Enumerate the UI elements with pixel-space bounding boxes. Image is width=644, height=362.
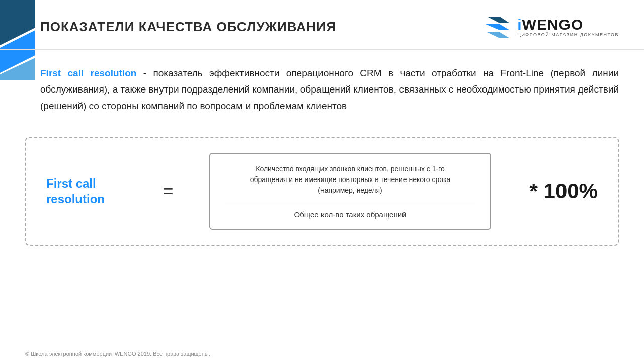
svg-marker-3 [487,17,510,23]
denominator: Общее кол-во таких обращений [294,210,407,219]
formula-label-line1: First call [46,176,96,190]
logo-i: i [517,16,522,33]
logo-subtitle: ЦИФРОВОЙ МАГАЗИН ДОКУМЕНТОВ [517,33,619,38]
equals-sign: = [158,180,179,202]
logo-main-text: iWENGO [517,16,619,33]
logo-text: iWENGO ЦИФРОВОЙ МАГАЗИН ДОКУМЕНТОВ [517,16,619,38]
header: ПОКАЗАТЕЛИ КАЧЕСТВА ОБСЛУЖИВАНИЯ iWENGO … [0,0,644,50]
definition-paragraph: First call resolution - показатель эффек… [40,65,619,114]
page-title: ПОКАЗАТЕЛИ КАЧЕСТВА ОБСЛУЖИВАНИЯ [40,19,336,35]
logo-wengo: WENGO [522,16,584,33]
svg-marker-5 [487,32,510,38]
multiplier: * 100% [522,179,598,203]
logo-area: iWENGO ЦИФРОВОЙ МАГАЗИН ДОКУМЕНТОВ [485,14,619,39]
footer-text: © Школа электронной коммерции iWENGO 201… [25,351,210,357]
main-content: First call resolution - показатель эффек… [0,50,644,124]
logo-icon [485,14,512,39]
formula-box: First call resolution = Количество входя… [25,137,619,246]
numerator: Количество входящих звонков клиентов, ре… [250,164,450,203]
highlight-term: First call resolution [40,68,136,78]
footer: © Школа электронной коммерции iWENGO 201… [25,351,210,357]
formula-label-line2: resolution [46,192,105,206]
formula-label: First call resolution [46,175,127,207]
svg-marker-4 [486,24,510,30]
fraction-container: Количество входящих звонков клиентов, ре… [209,153,491,230]
fraction: Количество входящих звонков клиентов, ре… [225,164,475,219]
fraction-line [225,203,475,203]
